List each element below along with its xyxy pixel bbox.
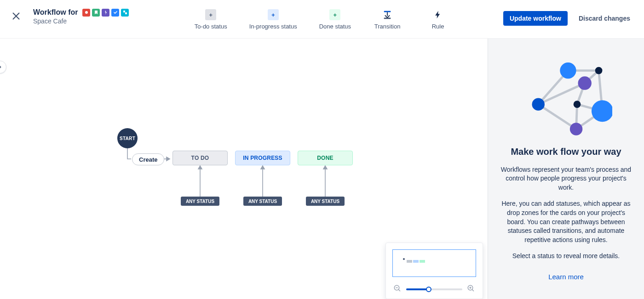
discard-changes-button[interactable]: Discard changes [576, 11, 633, 26]
minimap-node [407, 260, 412, 263]
svg-point-0 [85, 11, 88, 14]
zoom-out-button[interactable] [392, 283, 402, 295]
learn-more-link[interactable]: Learn more [548, 273, 584, 281]
svg-rect-1 [123, 11, 125, 12]
status-node-inprogress[interactable]: IN PROGRESS [235, 151, 290, 165]
issue-type-icons [82, 9, 129, 17]
create-transition[interactable]: Create [132, 153, 164, 165]
svg-rect-4 [384, 17, 391, 19]
tool-label: In-progress status [249, 23, 297, 30]
zoom-controls [392, 283, 476, 295]
minimap-node [420, 260, 425, 263]
svg-point-7 [560, 62, 576, 79]
title-block: Workflow for Space Cafe [33, 8, 144, 25]
minimap-start-dot [403, 258, 405, 260]
panel-title: Make work flow your way [511, 147, 621, 157]
close-button[interactable] [8, 8, 24, 24]
plus-icon: + [205, 9, 216, 20]
issuetype-task-icon [111, 9, 119, 17]
issuetype-epic-icon [102, 9, 109, 17]
header-actions: Update workflow Discard changes [503, 11, 633, 26]
add-todo-status-button[interactable]: + To-do status [193, 8, 229, 31]
bolt-icon [432, 9, 443, 20]
svg-point-11 [573, 101, 581, 108]
status-node-todo[interactable]: TO DO [172, 151, 228, 165]
workflow-canvas[interactable]: START Create TO DO IN PROGRESS DONE ANY … [0, 39, 488, 299]
any-status-source[interactable]: ANY STATUS [181, 197, 219, 206]
page-title: Workflow for [33, 8, 78, 17]
toolbar: + To-do status + In-progress status + Do… [153, 8, 494, 31]
tool-label: Done status [319, 23, 351, 30]
tool-label: Rule [432, 23, 444, 30]
status-node-done[interactable]: DONE [298, 151, 353, 165]
minimap [385, 243, 483, 299]
any-status-source[interactable]: ANY STATUS [243, 197, 282, 206]
svg-rect-3 [384, 11, 391, 12]
svg-point-8 [595, 67, 602, 74]
add-done-status-button[interactable]: + Done status [317, 8, 353, 31]
start-node[interactable]: START [117, 128, 138, 148]
close-icon [11, 11, 21, 21]
svg-point-13 [569, 123, 582, 135]
project-name: Space Cafe [33, 17, 144, 25]
zoom-in-icon [467, 284, 475, 293]
plus-icon: + [268, 9, 279, 20]
panel-description: Select a status to reveal more details. [512, 252, 620, 261]
side-panel: Make work flow your way Workflows repres… [488, 39, 644, 299]
add-transition-button[interactable]: Transition [371, 8, 403, 31]
svg-rect-2 [125, 12, 127, 14]
issuetype-subtask-icon [121, 9, 129, 17]
tool-label: Transition [374, 23, 401, 30]
minimap-viewport[interactable] [392, 249, 476, 277]
header: Workflow for Space Cafe + To-do status +… [0, 0, 644, 39]
plus-icon: + [329, 9, 340, 20]
svg-point-10 [532, 98, 544, 110]
issuetype-bug-icon [82, 9, 90, 17]
issuetype-story-icon [92, 9, 100, 17]
minimap-node [413, 260, 419, 263]
panel-description: Here, you can add statuses, which appear… [500, 199, 632, 244]
svg-point-12 [591, 100, 612, 122]
zoom-slider[interactable] [406, 286, 462, 293]
tool-label: To-do status [195, 23, 227, 30]
svg-point-9 [578, 76, 591, 90]
zoom-in-button[interactable] [466, 283, 476, 295]
transition-icon [382, 9, 393, 20]
update-workflow-button[interactable]: Update workflow [503, 11, 568, 26]
add-inprogress-status-button[interactable]: + In-progress status [247, 8, 299, 31]
workflow-edges [117, 128, 402, 220]
workflow-illustration-icon [520, 62, 612, 138]
add-rule-button[interactable]: Rule [422, 8, 454, 31]
panel-description: Workflows represent your team's process … [500, 165, 632, 192]
chevron-right-icon [0, 64, 3, 70]
zoom-out-icon [393, 284, 402, 293]
any-status-source[interactable]: ANY STATUS [306, 197, 345, 206]
